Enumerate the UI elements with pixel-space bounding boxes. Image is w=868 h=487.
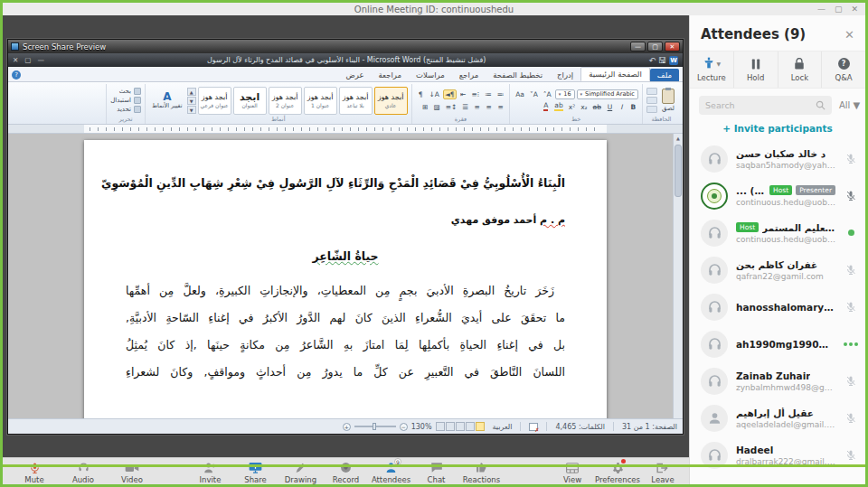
show-hide-icon[interactable]: ¶ — [416, 89, 426, 99]
tab-insert[interactable]: إدراج — [550, 69, 580, 81]
grow-font-button[interactable]: A˄ — [542, 89, 553, 99]
audio-button[interactable]: Audio — [62, 459, 104, 484]
tab-view[interactable]: عرض — [338, 69, 371, 81]
text-direction-icon[interactable]: ¶◄ — [443, 89, 457, 99]
align-right-icon[interactable]: ≡ — [495, 102, 505, 112]
share-close-icon[interactable]: ✕ — [665, 42, 680, 52]
styles-more-icon[interactable]: ▼ — [187, 106, 196, 114]
mic-muted-icon[interactable] — [844, 375, 858, 387]
tab-home[interactable]: الصفحة الرئيسية — [580, 67, 650, 81]
style-no-spacing[interactable]: أبجد هوزبلا تباعد — [339, 87, 373, 115]
tab-page-layout[interactable]: تخطيط الصفحة — [486, 69, 550, 81]
style-heading2[interactable]: أبجد هوزعنوان 2 — [269, 87, 302, 115]
reactions-button[interactable]: Reactions — [461, 459, 503, 484]
lock-button[interactable]: Lock — [778, 52, 822, 88]
paste-button[interactable]: لصق — [660, 85, 676, 116]
attendee-row[interactable]: Host وحدة التعليم المستمر continuous.hed… — [690, 214, 865, 251]
horizontal-ruler[interactable] — [8, 125, 683, 134]
find-button[interactable]: بحث — [110, 88, 141, 95]
chat-button[interactable]: Chat — [416, 459, 458, 484]
strikethrough-button[interactable]: ab — [591, 102, 603, 112]
multilevel-list-icon[interactable]: ⁝≡ — [470, 89, 482, 99]
attendee-row[interactable]: عقيل أل إبراهيم aqeeladeladel@gmail.com — [690, 399, 865, 436]
mic-muted-icon[interactable] — [844, 449, 858, 461]
zoom-slider[interactable] — [354, 426, 396, 427]
mute-button[interactable]: Mute — [14, 459, 55, 484]
line-spacing-icon[interactable]: ↕≡ — [444, 102, 459, 112]
tab-file[interactable]: ملف — [650, 69, 679, 81]
change-styles-button[interactable]: A تغيير الأنماط — [149, 91, 185, 109]
mic-muted-icon[interactable] — [844, 301, 858, 313]
zoom-out-icon[interactable]: − — [400, 423, 408, 431]
word-minimize-icon[interactable]: — — [37, 53, 44, 67]
share-minimize-icon[interactable]: — — [630, 42, 646, 52]
scrollbar-thumb[interactable] — [675, 145, 682, 197]
share-maximize-icon[interactable]: ▢ — [647, 42, 663, 52]
underline-button[interactable]: U — [605, 102, 615, 112]
word-maximize-icon[interactable]: ▢ — [24, 53, 31, 67]
italic-button[interactable]: I — [617, 102, 627, 112]
mic-muted-icon[interactable] — [844, 153, 858, 164]
styles-scroll-up-icon[interactable]: ▲ — [187, 88, 196, 96]
panel-close-icon[interactable]: ✕ — [844, 28, 854, 42]
justify-icon[interactable]: ☰ — [460, 102, 470, 112]
format-painter-button[interactable] — [646, 106, 657, 113]
tab-mailings[interactable]: مراسلات — [409, 69, 452, 81]
qa-button[interactable]: ? Q&A — [821, 52, 865, 88]
attendee-row[interactable]: Hadeel dralbarrak222@gmail.com — [690, 436, 865, 473]
tab-review[interactable]: مراجعة — [372, 69, 410, 81]
replace-button[interactable]: استبدال — [110, 97, 141, 104]
highlight-button[interactable]: ab — [552, 102, 564, 112]
align-left-icon[interactable]: ≡ — [472, 102, 482, 112]
align-center-icon[interactable]: ≡ — [484, 102, 494, 112]
share-window-titlebar[interactable]: Screen Share Preview — ▢ ✕ — [8, 40, 683, 53]
style-subtitle[interactable]: أبجد هوزعنوان فرعي — [198, 87, 231, 115]
document-page[interactable]: الْبِنَاءُ الْأُسْلُوبِيُّ فِيْ قَصَائِد… — [84, 140, 607, 418]
search-box[interactable] — [699, 96, 832, 115]
share-button[interactable]: Share — [235, 459, 277, 484]
attendees-button[interactable]: 9 Attendees — [371, 459, 412, 484]
mic-muted-icon[interactable] — [844, 412, 858, 424]
search-input[interactable] — [705, 100, 816, 110]
subscript-button[interactable]: x₂ — [579, 102, 589, 112]
minimize-icon[interactable]: — — [817, 3, 826, 15]
word-close-icon[interactable]: ✕ — [13, 53, 18, 67]
font-size-select[interactable]: 16▾ — [555, 89, 575, 99]
style-title[interactable]: ابجدالعنوان — [233, 87, 267, 115]
scroll-up-icon[interactable]: ▲ — [674, 134, 683, 143]
shading-icon[interactable]: ▨ — [432, 102, 442, 112]
zoom-in-icon[interactable]: + — [343, 423, 351, 431]
lecture-button[interactable]: ▼ Lecture — [690, 52, 733, 88]
cut-button[interactable] — [646, 88, 657, 95]
help-icon[interactable]: ? — [12, 70, 21, 80]
mic-muted-icon[interactable] — [844, 190, 858, 201]
select-button[interactable]: تحديد — [110, 106, 141, 113]
hold-button[interactable]: Hold — [733, 52, 778, 88]
font-name-select[interactable]: Simplified Arabic▾ — [577, 89, 638, 99]
maximize-icon[interactable]: ▢ — [835, 3, 843, 15]
attendee-row[interactable]: غفران كاظم بحن qafran22@gamil.com — [690, 251, 865, 288]
zoom-level[interactable]: 130% — [411, 423, 432, 431]
style-heading1[interactable]: أبجد هوزعنوان 1 — [304, 87, 337, 115]
save-icon[interactable]: 🖫 — [658, 56, 666, 65]
document-area[interactable]: الْبِنَاءُ الْأُسْلُوبِيُّ فِيْ قَصَائِد… — [8, 134, 683, 418]
copy-button[interactable] — [646, 97, 657, 104]
superscript-button[interactable]: x² — [567, 102, 577, 112]
numbering-icon[interactable]: ≕ — [483, 89, 494, 99]
close-icon[interactable]: ✕ — [851, 3, 858, 15]
sort-icon[interactable]: A↓ — [428, 89, 441, 99]
attendee-row[interactable]: ... (you) Host Presenter continuous.hedu… — [690, 177, 865, 214]
spellcheck-icon[interactable] — [529, 423, 538, 431]
record-button[interactable]: Record — [326, 459, 367, 484]
font-color-button[interactable]: A — [541, 102, 551, 112]
attendee-row[interactable]: د خالد صكبان حسن saqban5hamody@yahoo.c..… — [690, 140, 865, 177]
page-indicator[interactable]: الصفحة: 1 من 31 — [622, 423, 677, 431]
mic-muted-icon[interactable] — [844, 264, 858, 276]
styles-scroll-down-icon[interactable]: ▼ — [187, 97, 196, 105]
attendee-row[interactable]: hanosshalomary@gm... — [690, 288, 865, 325]
bold-button[interactable]: B — [628, 102, 638, 112]
preferences-button[interactable]: Preferences — [597, 459, 638, 484]
shrink-font-button[interactable]: A˅ — [528, 89, 540, 99]
video-button[interactable]: Video — [111, 459, 153, 484]
style-normal[interactable]: أبجد هوزعادي — [374, 87, 408, 115]
